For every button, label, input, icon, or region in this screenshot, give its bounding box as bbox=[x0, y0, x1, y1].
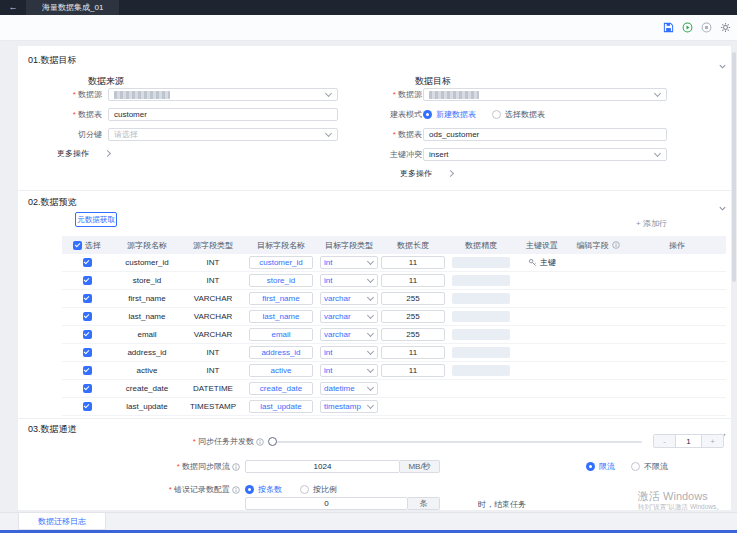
length-input[interactable] bbox=[381, 346, 445, 359]
source-field-name: email bbox=[112, 330, 182, 339]
target-field-name-input[interactable] bbox=[249, 256, 313, 269]
bottom-accent-line bbox=[0, 530, 737, 533]
col-operation: 操作 bbox=[628, 240, 726, 251]
add-row-button[interactable]: + 添加行 bbox=[636, 218, 667, 229]
source-field-name: create_date bbox=[112, 384, 182, 393]
section3-title: 03.数据通道 bbox=[28, 423, 77, 436]
row-checkbox[interactable] bbox=[83, 402, 92, 411]
table-row: first_name VARCHAR varchar bbox=[62, 290, 726, 308]
target-field-type-select[interactable]: int bbox=[320, 256, 378, 269]
source-field-name: first_name bbox=[112, 294, 182, 303]
chevron-down-icon bbox=[325, 91, 332, 98]
radio-new-table[interactable] bbox=[423, 110, 432, 119]
radio-throttle-on[interactable] bbox=[586, 462, 595, 471]
error-suffix-text: 时，结束任务 bbox=[478, 499, 526, 510]
chevron-right-icon bbox=[105, 150, 112, 157]
row-checkbox[interactable] bbox=[83, 348, 92, 357]
target-field-name-input[interactable] bbox=[249, 346, 313, 359]
info-icon bbox=[232, 463, 240, 471]
collapse-section1-icon[interactable] bbox=[718, 57, 727, 75]
target-field-type-select[interactable]: int bbox=[320, 364, 378, 377]
row-checkbox[interactable] bbox=[83, 330, 92, 339]
info-icon bbox=[612, 241, 620, 249]
stop-icon[interactable] bbox=[700, 22, 712, 34]
target-datasource-select[interactable] bbox=[423, 88, 667, 101]
row-checkbox[interactable] bbox=[83, 276, 92, 285]
error-records-radio-group: 按条数 按比例 bbox=[245, 483, 337, 496]
target-field-name-input[interactable] bbox=[249, 328, 313, 341]
radio-by-count[interactable] bbox=[245, 485, 254, 494]
target-field-name-input[interactable] bbox=[249, 292, 313, 305]
run-icon[interactable] bbox=[681, 22, 693, 34]
error-count-unit: 条 bbox=[408, 497, 440, 510]
row-checkbox[interactable] bbox=[83, 258, 92, 267]
target-table-label: 数据表 bbox=[393, 128, 422, 141]
more-actions-label: 更多操作 bbox=[57, 148, 89, 159]
pk-conflict-select[interactable]: insert bbox=[423, 148, 667, 161]
target-field-name-input[interactable] bbox=[249, 400, 313, 413]
target-field-name-input[interactable] bbox=[249, 274, 313, 287]
length-input[interactable] bbox=[381, 364, 445, 377]
splitkey-select[interactable]: 请选择 bbox=[108, 128, 338, 141]
table-mode-radio-group: 新建数据表 选择数据表 bbox=[423, 108, 545, 121]
radio-by-ratio[interactable] bbox=[300, 485, 309, 494]
target-field-name-input[interactable] bbox=[249, 310, 313, 323]
stepper-minus-button[interactable]: - bbox=[654, 435, 675, 447]
target-field-type-select[interactable]: datetime bbox=[320, 382, 378, 395]
tab-data-migration-log[interactable]: 数据迁移日志 bbox=[18, 513, 106, 530]
fetch-metadata-button[interactable]: 元数据获取 bbox=[75, 212, 117, 227]
chevron-right-icon bbox=[448, 170, 455, 177]
chevron-down-icon bbox=[367, 313, 374, 320]
length-input[interactable] bbox=[381, 274, 445, 287]
pk-badge: 主键 bbox=[540, 257, 556, 268]
save-icon[interactable] bbox=[662, 22, 674, 34]
source-field-type: INT bbox=[182, 366, 244, 375]
concurrency-slider-handle[interactable] bbox=[268, 437, 277, 446]
col-source-name: 源字段名称 bbox=[112, 240, 182, 251]
radio-existing-table[interactable] bbox=[492, 110, 501, 119]
length-input[interactable] bbox=[381, 310, 445, 323]
source-field-name: last_name bbox=[112, 312, 182, 321]
target-field-name-input[interactable] bbox=[249, 382, 313, 395]
redacted-value bbox=[114, 91, 170, 99]
source-field-type: VARCHAR bbox=[182, 294, 244, 303]
source-table-input[interactable] bbox=[108, 108, 338, 121]
row-checkbox[interactable] bbox=[83, 294, 92, 303]
target-field-type-select[interactable]: varchar bbox=[320, 292, 378, 305]
throttle-input[interactable] bbox=[245, 460, 400, 473]
scrollbar[interactable] bbox=[732, 52, 736, 282]
source-datasource-select[interactable] bbox=[108, 88, 338, 101]
source-more-actions[interactable]: 更多操作 bbox=[57, 148, 112, 159]
chevron-down-icon bbox=[367, 403, 374, 410]
back-button[interactable]: ← bbox=[0, 0, 26, 15]
target-field-type-select[interactable]: int bbox=[320, 274, 378, 287]
select-all-checkbox[interactable] bbox=[73, 241, 82, 250]
target-more-actions[interactable]: 更多操作 bbox=[400, 168, 455, 179]
radio-throttle-off[interactable] bbox=[631, 462, 640, 471]
target-field-name-input[interactable] bbox=[249, 364, 313, 377]
length-input[interactable] bbox=[381, 292, 445, 305]
collapse-section2-icon[interactable] bbox=[718, 199, 727, 217]
error-count-input[interactable] bbox=[245, 497, 408, 510]
row-checkbox[interactable] bbox=[83, 366, 92, 375]
key-icon bbox=[528, 258, 537, 267]
target-panel-title: 数据目标 bbox=[415, 75, 451, 88]
target-field-type-select[interactable]: timestamp bbox=[320, 400, 378, 413]
toolbar bbox=[0, 15, 737, 41]
windows-activation-watermark: 激活 Windows bbox=[638, 489, 708, 504]
target-field-type-select[interactable]: varchar bbox=[320, 328, 378, 341]
concurrency-slider-track[interactable] bbox=[272, 441, 642, 443]
splitkey-placeholder: 请选择 bbox=[114, 129, 138, 140]
target-table-input[interactable] bbox=[423, 128, 667, 141]
settings-icon[interactable] bbox=[719, 22, 731, 34]
length-input[interactable] bbox=[381, 328, 445, 341]
row-checkbox[interactable] bbox=[83, 384, 92, 393]
source-field-type: VARCHAR bbox=[182, 312, 244, 321]
target-field-type-select[interactable]: varchar bbox=[320, 310, 378, 323]
source-field-type: DATETIME bbox=[182, 384, 244, 393]
row-checkbox[interactable] bbox=[83, 312, 92, 321]
col-target-type: 目标字段类型 bbox=[318, 240, 380, 251]
length-input[interactable] bbox=[381, 256, 445, 269]
target-field-type-select[interactable]: int bbox=[320, 346, 378, 359]
stepper-plus-button[interactable]: + bbox=[702, 435, 723, 447]
